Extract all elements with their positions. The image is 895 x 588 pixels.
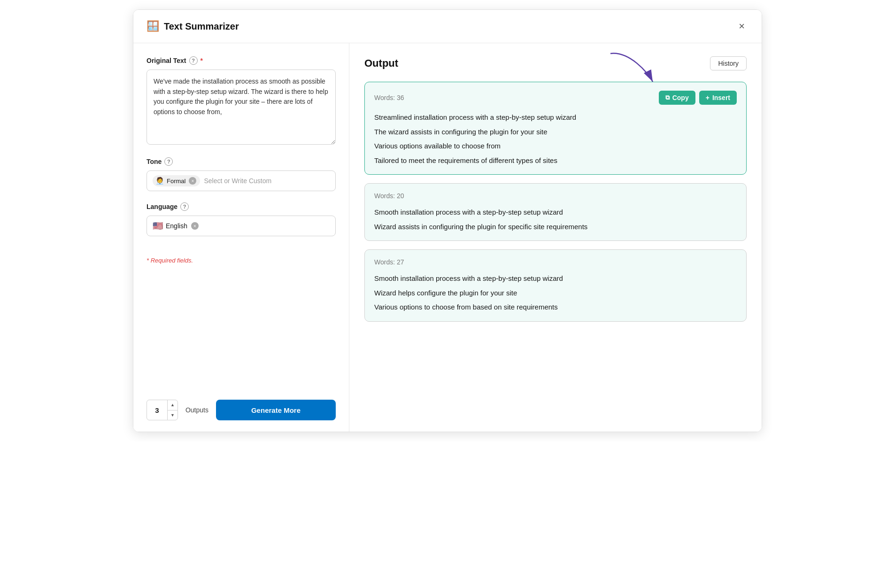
original-text-input[interactable]: [147, 70, 336, 145]
list-item: Smooth installation process with a step-…: [374, 273, 737, 284]
output-card-header-3: Words: 27: [374, 258, 737, 266]
insert-button-1[interactable]: + Insert: [699, 91, 737, 105]
language-section: Language ? 🇺🇸 English ×: [147, 202, 336, 236]
original-text-label: Original Text ? *: [147, 56, 336, 65]
tone-emoji: 🧑‍💼: [155, 177, 164, 185]
list-item: Streamlined installation process with a …: [374, 112, 737, 123]
word-count-3: Words: 27: [374, 258, 404, 266]
card-actions-1: ⧉ Copy+ Insert: [659, 91, 737, 105]
stepper-arrows: ▲ ▼: [168, 400, 177, 420]
close-button[interactable]: ×: [735, 18, 748, 34]
language-remove-button[interactable]: ×: [191, 222, 199, 230]
output-card-1: Words: 36⧉ Copy+ InsertStreamlined insta…: [364, 82, 747, 175]
language-help-icon[interactable]: ?: [180, 202, 189, 211]
stepper-down-button[interactable]: ▼: [168, 410, 177, 420]
output-list-2: Smooth installation process with a step-…: [374, 207, 737, 232]
output-card-3: Words: 27Smooth installation process wit…: [364, 249, 747, 322]
app-header: 🪟 Text Summarizer ×: [133, 10, 762, 43]
insert-icon-1: +: [706, 94, 710, 101]
output-card-header-1: Words: 36⧉ Copy+ Insert: [374, 91, 737, 105]
list-item: Tailored to meet the requirements of dif…: [374, 155, 737, 166]
tone-help-icon[interactable]: ?: [164, 157, 173, 166]
output-card-header-2: Words: 20: [374, 192, 737, 200]
word-count-2: Words: 20: [374, 192, 404, 200]
output-cards-container: Words: 36⧉ Copy+ InsertStreamlined insta…: [364, 82, 747, 322]
app-body: Original Text ? * Tone ? 🧑‍💼 Formal ×: [133, 43, 762, 432]
tone-placeholder: Select or Write Custom: [204, 177, 271, 185]
right-panel: Output History Words: 36⧉ Copy+ InsertSt…: [349, 43, 762, 432]
outputs-label: Outputs: [185, 406, 208, 414]
language-label: Language ?: [147, 202, 336, 211]
app-container: 🪟 Text Summarizer × Original Text ? * To…: [133, 9, 762, 432]
outputs-stepper: 3 ▲ ▼: [147, 400, 178, 420]
output-title: Output: [364, 57, 398, 70]
history-button[interactable]: History: [710, 56, 747, 70]
stepper-up-button[interactable]: ▲: [168, 400, 177, 410]
stepper-value: 3: [147, 400, 168, 420]
tone-section: Tone ? 🧑‍💼 Formal × Select or Write Cust…: [147, 157, 336, 191]
copy-icon-1: ⧉: [665, 94, 670, 101]
left-panel: Original Text ? * Tone ? 🧑‍💼 Formal ×: [133, 43, 349, 432]
tone-label: Tone ?: [147, 157, 336, 166]
generate-more-button[interactable]: Generate More: [216, 400, 336, 420]
output-header: Output History: [364, 56, 747, 70]
tone-field[interactable]: 🧑‍💼 Formal × Select or Write Custom: [147, 170, 336, 191]
app-icon: 🪟: [147, 20, 159, 32]
language-flag: 🇺🇸: [153, 221, 163, 231]
list-item: Wizard assists in configuring the plugin…: [374, 222, 737, 232]
original-text-required: *: [201, 57, 203, 64]
left-panel-footer: 3 ▲ ▼ Outputs Generate More: [147, 390, 336, 432]
original-text-help-icon[interactable]: ?: [189, 56, 198, 65]
list-item: Wizard helps configure the plugin for yo…: [374, 288, 737, 299]
app-title: Text Summarizer: [164, 21, 239, 32]
tone-tag-label: Formal: [167, 178, 185, 185]
header-left: 🪟 Text Summarizer: [147, 20, 239, 32]
list-item: Various options to choose from based on …: [374, 302, 737, 313]
word-count-1: Words: 36: [374, 94, 404, 101]
output-list-3: Smooth installation process with a step-…: [374, 273, 737, 313]
tone-remove-button[interactable]: ×: [189, 177, 196, 185]
original-text-section: Original Text ? *: [147, 56, 336, 146]
tone-tag: 🧑‍💼 Formal ×: [153, 175, 200, 186]
language-tag: 🇺🇸 English ×: [153, 221, 199, 231]
output-list-1: Streamlined installation process with a …: [374, 112, 737, 166]
list-item: Smooth installation process with a step-…: [374, 207, 737, 218]
language-value: English: [166, 222, 187, 230]
list-item: The wizard assists in configuring the pl…: [374, 127, 737, 138]
output-card-2: Words: 20Smooth installation process wit…: [364, 183, 747, 241]
list-item: Various options available to choose from: [374, 141, 737, 152]
required-note: * Required fields.: [147, 257, 336, 264]
copy-button-1[interactable]: ⧉ Copy: [659, 91, 695, 105]
language-field[interactable]: 🇺🇸 English ×: [147, 216, 336, 236]
